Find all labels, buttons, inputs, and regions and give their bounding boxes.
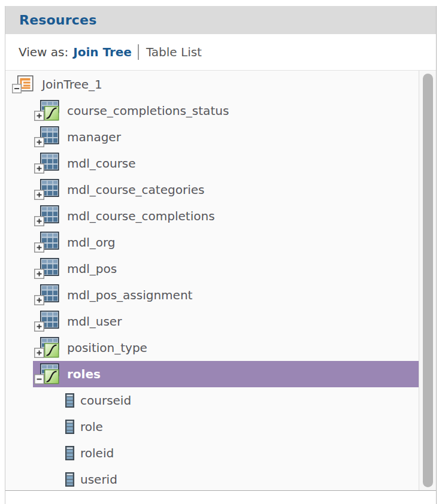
column-icon (65, 393, 74, 408)
tree-item-label: mdl_course_completions (67, 209, 215, 223)
tree-rows: JoinTree_1 course_completions_status man… (5, 71, 436, 491)
tree-item-roles-selected[interactable]: roles (33, 361, 419, 387)
resources-tree: JoinTree_1 course_completions_status man… (5, 70, 436, 491)
tree-item-jointree-1[interactable]: JoinTree_1 (5, 71, 436, 98)
tree-item-label: position_type (67, 341, 147, 355)
join-tree-icon[interactable] (12, 75, 34, 93)
vertical-scrollbar[interactable] (419, 71, 436, 490)
tree-item-mdl-pos[interactable]: mdl_pos (5, 256, 436, 282)
tree-item-label: manager (67, 130, 121, 144)
tree-item-mdl-user[interactable]: mdl_user (5, 308, 436, 335)
view-table-list-link[interactable]: Table List (146, 45, 202, 59)
column-icon (65, 420, 74, 434)
tree-item-label: role (80, 420, 103, 434)
tree-item-label: mdl_pos (67, 262, 117, 276)
view-as-divider (138, 44, 139, 60)
tree-item-label: mdl_course (67, 156, 136, 171)
tree-item-position-type[interactable]: position_type (5, 335, 436, 361)
table-icon[interactable] (34, 258, 59, 280)
page-title: Resources (19, 13, 96, 28)
tree-item-label: mdl_org (67, 235, 116, 250)
column-icon (65, 472, 74, 487)
tree-item-label: roles (67, 367, 101, 381)
tree-item-manager[interactable]: manager (5, 124, 436, 150)
view-join-tree-link[interactable]: Join Tree (73, 45, 132, 59)
table-icon[interactable] (34, 232, 59, 253)
scrollbar-thumb[interactable] (423, 74, 433, 487)
table-function-icon[interactable] (34, 363, 59, 385)
tree-item-label: mdl_pos_assignment (67, 288, 192, 302)
column-icon (65, 446, 74, 460)
table-icon[interactable] (34, 205, 59, 227)
tree-item-label: mdl_course_categories (67, 183, 204, 197)
tree-item-course-completions-status[interactable]: course_completions_status (5, 98, 436, 124)
tree-item-mdl-course-categories[interactable]: mdl_course_categories (5, 177, 436, 203)
view-as-bar: View as: Join Tree Table List (5, 34, 436, 70)
table-icon[interactable] (34, 284, 59, 306)
tree-item-userid[interactable]: userid (5, 466, 436, 491)
panel-header: Resources (5, 6, 436, 34)
table-icon[interactable] (34, 153, 59, 174)
tree-item-mdl-org[interactable]: mdl_org (5, 229, 436, 256)
tree-item-roleid[interactable]: roleid (5, 440, 436, 466)
table-icon[interactable] (34, 311, 59, 332)
tree-item-mdl-course[interactable]: mdl_course (5, 150, 436, 177)
tree-item-mdl-pos-assignment[interactable]: mdl_pos_assignment (5, 282, 436, 308)
view-as-label: View as: (19, 45, 68, 59)
resources-panel: Resources View as: Join Tree Table List … (5, 6, 437, 504)
tree-item-label: course_completions_status (67, 104, 229, 118)
table-function-icon[interactable] (34, 100, 59, 122)
tree-item-label: roleid (80, 446, 114, 460)
tree-item-label: mdl_user (67, 314, 122, 329)
tree-item-label: courseid (80, 393, 131, 408)
tree-item-label: userid (80, 472, 117, 487)
table-icon[interactable] (34, 179, 59, 201)
table-function-icon[interactable] (34, 337, 59, 359)
tree-item-label: JoinTree_1 (42, 77, 102, 92)
tree-item-role[interactable]: role (5, 414, 436, 440)
tree-item-courseid[interactable]: courseid (5, 387, 436, 414)
tree-item-mdl-course-completions[interactable]: mdl_course_completions (5, 203, 436, 229)
table-icon[interactable] (34, 126, 59, 148)
